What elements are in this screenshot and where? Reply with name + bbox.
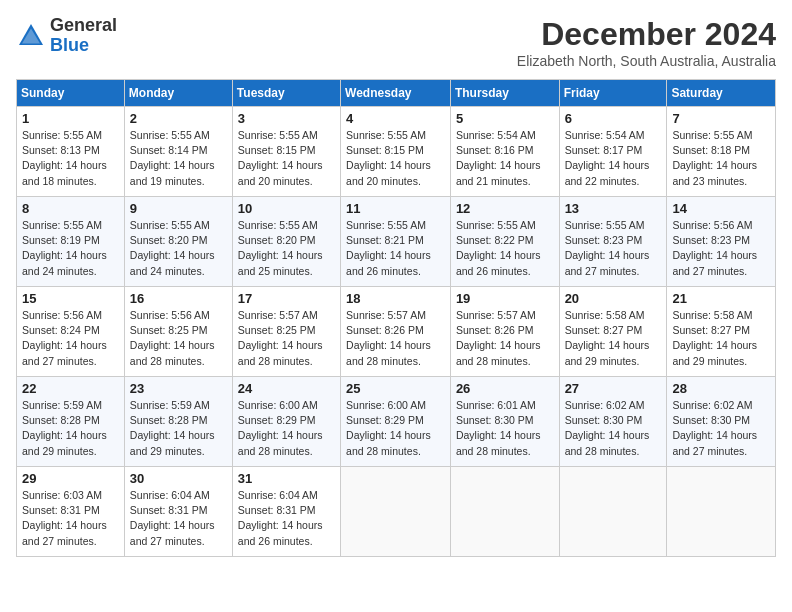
- day-info: Sunrise: 5:56 AMSunset: 8:24 PMDaylight:…: [22, 308, 119, 369]
- day-info: Sunrise: 5:57 AMSunset: 8:26 PMDaylight:…: [456, 308, 554, 369]
- calendar-day-cell: 15 Sunrise: 5:56 AMSunset: 8:24 PMDaylig…: [17, 287, 125, 377]
- calendar-day-cell: 28 Sunrise: 6:02 AMSunset: 8:30 PMDaylig…: [667, 377, 776, 467]
- calendar-day-cell: 10 Sunrise: 5:55 AMSunset: 8:20 PMDaylig…: [232, 197, 340, 287]
- calendar-day-cell: 31 Sunrise: 6:04 AMSunset: 8:31 PMDaylig…: [232, 467, 340, 557]
- day-info: Sunrise: 5:59 AMSunset: 8:28 PMDaylight:…: [130, 398, 227, 459]
- title-area: December 2024 Elizabeth North, South Aus…: [517, 16, 776, 69]
- day-info: Sunrise: 5:58 AMSunset: 8:27 PMDaylight:…: [565, 308, 662, 369]
- weekday-header-cell: Wednesday: [341, 80, 451, 107]
- weekday-header-row: SundayMondayTuesdayWednesdayThursdayFrid…: [17, 80, 776, 107]
- calendar-day-cell: 12 Sunrise: 5:55 AMSunset: 8:22 PMDaylig…: [450, 197, 559, 287]
- day-number: 19: [456, 291, 554, 306]
- day-number: 20: [565, 291, 662, 306]
- day-number: 8: [22, 201, 119, 216]
- logo-icon: [16, 21, 46, 51]
- day-info: Sunrise: 5:55 AMSunset: 8:15 PMDaylight:…: [238, 128, 335, 189]
- calendar-day-cell: 11 Sunrise: 5:55 AMSunset: 8:21 PMDaylig…: [341, 197, 451, 287]
- day-number: 4: [346, 111, 445, 126]
- calendar-day-cell: [559, 467, 667, 557]
- day-info: Sunrise: 5:55 AMSunset: 8:19 PMDaylight:…: [22, 218, 119, 279]
- day-info: Sunrise: 5:56 AMSunset: 8:23 PMDaylight:…: [672, 218, 770, 279]
- logo-general: General: [50, 15, 117, 35]
- day-info: Sunrise: 5:55 AMSunset: 8:14 PMDaylight:…: [130, 128, 227, 189]
- calendar-day-cell: 13 Sunrise: 5:55 AMSunset: 8:23 PMDaylig…: [559, 197, 667, 287]
- day-number: 25: [346, 381, 445, 396]
- day-number: 14: [672, 201, 770, 216]
- calendar-day-cell: 16 Sunrise: 5:56 AMSunset: 8:25 PMDaylig…: [124, 287, 232, 377]
- day-info: Sunrise: 5:55 AMSunset: 8:23 PMDaylight:…: [565, 218, 662, 279]
- day-number: 26: [456, 381, 554, 396]
- logo-text: General Blue: [50, 16, 117, 56]
- day-info: Sunrise: 5:55 AMSunset: 8:15 PMDaylight:…: [346, 128, 445, 189]
- day-number: 27: [565, 381, 662, 396]
- calendar-week-row: 8 Sunrise: 5:55 AMSunset: 8:19 PMDayligh…: [17, 197, 776, 287]
- calendar-day-cell: 26 Sunrise: 6:01 AMSunset: 8:30 PMDaylig…: [450, 377, 559, 467]
- day-number: 28: [672, 381, 770, 396]
- month-title: December 2024: [517, 16, 776, 53]
- weekday-header-cell: Sunday: [17, 80, 125, 107]
- calendar-body: 1 Sunrise: 5:55 AMSunset: 8:13 PMDayligh…: [17, 107, 776, 557]
- calendar-day-cell: 14 Sunrise: 5:56 AMSunset: 8:23 PMDaylig…: [667, 197, 776, 287]
- day-info: Sunrise: 6:02 AMSunset: 8:30 PMDaylight:…: [672, 398, 770, 459]
- calendar-day-cell: 20 Sunrise: 5:58 AMSunset: 8:27 PMDaylig…: [559, 287, 667, 377]
- day-number: 1: [22, 111, 119, 126]
- calendar-week-row: 29 Sunrise: 6:03 AMSunset: 8:31 PMDaylig…: [17, 467, 776, 557]
- day-info: Sunrise: 6:01 AMSunset: 8:30 PMDaylight:…: [456, 398, 554, 459]
- calendar-day-cell: 22 Sunrise: 5:59 AMSunset: 8:28 PMDaylig…: [17, 377, 125, 467]
- calendar-day-cell: 18 Sunrise: 5:57 AMSunset: 8:26 PMDaylig…: [341, 287, 451, 377]
- calendar-week-row: 22 Sunrise: 5:59 AMSunset: 8:28 PMDaylig…: [17, 377, 776, 467]
- logo-blue: Blue: [50, 35, 89, 55]
- day-number: 15: [22, 291, 119, 306]
- calendar-day-cell: 19 Sunrise: 5:57 AMSunset: 8:26 PMDaylig…: [450, 287, 559, 377]
- day-info: Sunrise: 6:03 AMSunset: 8:31 PMDaylight:…: [22, 488, 119, 549]
- location-title: Elizabeth North, South Australia, Austra…: [517, 53, 776, 69]
- day-info: Sunrise: 5:55 AMSunset: 8:18 PMDaylight:…: [672, 128, 770, 189]
- day-number: 31: [238, 471, 335, 486]
- calendar-day-cell: 27 Sunrise: 6:02 AMSunset: 8:30 PMDaylig…: [559, 377, 667, 467]
- calendar-day-cell: 1 Sunrise: 5:55 AMSunset: 8:13 PMDayligh…: [17, 107, 125, 197]
- calendar: SundayMondayTuesdayWednesdayThursdayFrid…: [16, 79, 776, 557]
- calendar-day-cell: 25 Sunrise: 6:00 AMSunset: 8:29 PMDaylig…: [341, 377, 451, 467]
- day-number: 18: [346, 291, 445, 306]
- calendar-day-cell: 9 Sunrise: 5:55 AMSunset: 8:20 PMDayligh…: [124, 197, 232, 287]
- day-info: Sunrise: 6:04 AMSunset: 8:31 PMDaylight:…: [238, 488, 335, 549]
- day-number: 21: [672, 291, 770, 306]
- day-number: 24: [238, 381, 335, 396]
- day-number: 23: [130, 381, 227, 396]
- calendar-day-cell: 30 Sunrise: 6:04 AMSunset: 8:31 PMDaylig…: [124, 467, 232, 557]
- logo: General Blue: [16, 16, 117, 56]
- day-info: Sunrise: 6:04 AMSunset: 8:31 PMDaylight:…: [130, 488, 227, 549]
- weekday-header-cell: Monday: [124, 80, 232, 107]
- day-info: Sunrise: 5:55 AMSunset: 8:20 PMDaylight:…: [130, 218, 227, 279]
- day-number: 16: [130, 291, 227, 306]
- day-info: Sunrise: 5:57 AMSunset: 8:26 PMDaylight:…: [346, 308, 445, 369]
- day-number: 11: [346, 201, 445, 216]
- day-info: Sunrise: 5:58 AMSunset: 8:27 PMDaylight:…: [672, 308, 770, 369]
- calendar-day-cell: 24 Sunrise: 6:00 AMSunset: 8:29 PMDaylig…: [232, 377, 340, 467]
- day-number: 29: [22, 471, 119, 486]
- calendar-day-cell: 29 Sunrise: 6:03 AMSunset: 8:31 PMDaylig…: [17, 467, 125, 557]
- calendar-day-cell: [450, 467, 559, 557]
- calendar-day-cell: 5 Sunrise: 5:54 AMSunset: 8:16 PMDayligh…: [450, 107, 559, 197]
- calendar-day-cell: [667, 467, 776, 557]
- day-info: Sunrise: 5:59 AMSunset: 8:28 PMDaylight:…: [22, 398, 119, 459]
- day-info: Sunrise: 5:55 AMSunset: 8:22 PMDaylight:…: [456, 218, 554, 279]
- calendar-day-cell: 17 Sunrise: 5:57 AMSunset: 8:25 PMDaylig…: [232, 287, 340, 377]
- calendar-day-cell: 4 Sunrise: 5:55 AMSunset: 8:15 PMDayligh…: [341, 107, 451, 197]
- weekday-header-cell: Saturday: [667, 80, 776, 107]
- calendar-day-cell: 23 Sunrise: 5:59 AMSunset: 8:28 PMDaylig…: [124, 377, 232, 467]
- day-number: 6: [565, 111, 662, 126]
- weekday-header-cell: Tuesday: [232, 80, 340, 107]
- day-number: 2: [130, 111, 227, 126]
- weekday-header-cell: Friday: [559, 80, 667, 107]
- day-number: 12: [456, 201, 554, 216]
- day-number: 13: [565, 201, 662, 216]
- calendar-day-cell: 8 Sunrise: 5:55 AMSunset: 8:19 PMDayligh…: [17, 197, 125, 287]
- day-info: Sunrise: 5:55 AMSunset: 8:21 PMDaylight:…: [346, 218, 445, 279]
- day-number: 30: [130, 471, 227, 486]
- day-info: Sunrise: 5:55 AMSunset: 8:13 PMDaylight:…: [22, 128, 119, 189]
- calendar-day-cell: 3 Sunrise: 5:55 AMSunset: 8:15 PMDayligh…: [232, 107, 340, 197]
- day-number: 9: [130, 201, 227, 216]
- day-info: Sunrise: 6:00 AMSunset: 8:29 PMDaylight:…: [238, 398, 335, 459]
- calendar-day-cell: 21 Sunrise: 5:58 AMSunset: 8:27 PMDaylig…: [667, 287, 776, 377]
